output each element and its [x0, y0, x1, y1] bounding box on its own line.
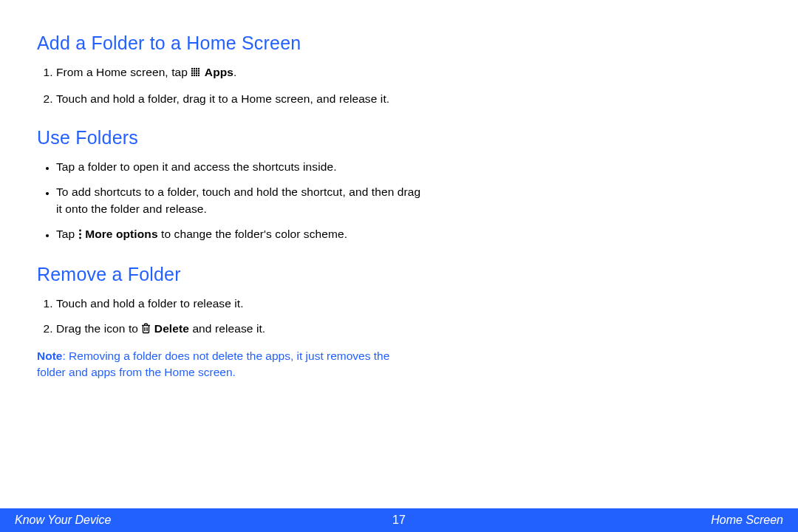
step-text: and release it. — [189, 322, 265, 335]
step-text: From a Home screen, tap — [56, 66, 191, 78]
add-folder-steps: From a Home screen, tap Apps. Touch and … — [37, 64, 421, 108]
svg-point-17 — [79, 233, 81, 236]
bullet-text: Tap — [56, 228, 78, 240]
svg-point-14 — [196, 75, 197, 76]
svg-point-6 — [196, 70, 197, 72]
more-options-icon — [78, 228, 82, 244]
svg-point-15 — [198, 75, 200, 76]
footer-page-number: 17 — [392, 514, 406, 527]
svg-point-11 — [198, 72, 200, 74]
bullet-item: Tap a folder to open it and access the s… — [56, 159, 421, 175]
svg-point-8 — [191, 72, 193, 74]
svg-point-16 — [79, 230, 81, 232]
heading-remove-folder: Remove a Folder — [37, 264, 761, 285]
step-item: Touch and hold a folder, drag it to a Ho… — [56, 91, 421, 107]
note-body: : Removing a folder does not delete the … — [37, 349, 389, 378]
delete-trash-icon — [141, 322, 151, 338]
section-add-folder: Add a Folder to a Home Screen From a Hom… — [37, 33, 761, 108]
bullet-text: Tap a folder to open it and access the s… — [56, 160, 337, 173]
step-text: . — [233, 66, 236, 78]
step-bold: Delete — [154, 322, 189, 335]
svg-point-3 — [198, 68, 200, 69]
page-footer: Know Your Device 17 Home Screen — [0, 508, 798, 532]
svg-point-13 — [194, 75, 195, 76]
svg-point-9 — [194, 72, 195, 74]
step-item: Touch and hold a folder to release it. — [56, 296, 421, 312]
svg-point-12 — [191, 75, 193, 76]
bullet-text: to change the folder's color scheme. — [158, 228, 348, 240]
apps-grid-icon — [191, 66, 201, 82]
bullet-item: To add shortcuts to a folder, touch and … — [56, 184, 421, 217]
bullet-text: To add shortcuts to a folder, touch and … — [56, 185, 420, 214]
svg-point-0 — [191, 68, 193, 69]
svg-point-10 — [196, 72, 197, 74]
svg-point-18 — [79, 237, 81, 239]
note-text: Note: Removing a folder does not delete … — [37, 348, 421, 381]
section-remove-folder: Remove a Folder Touch and hold a folder … — [37, 264, 761, 381]
footer-right: Home Screen — [711, 514, 783, 527]
footer-left: Know Your Device — [15, 514, 111, 527]
manual-page: Add a Folder to a Home Screen From a Hom… — [0, 0, 798, 532]
step-text: Drag the icon to — [56, 322, 141, 335]
section-use-folders: Use Folders Tap a folder to open it and … — [37, 127, 761, 245]
step-item: Drag the icon to Delete and release it. — [56, 321, 421, 338]
step-item: From a Home screen, tap Apps. — [56, 64, 421, 82]
bullet-bold: More options — [85, 228, 158, 240]
step-text: Touch and hold a folder to release it. — [56, 297, 244, 310]
svg-point-4 — [191, 70, 193, 72]
svg-point-7 — [198, 70, 200, 72]
heading-use-folders: Use Folders — [37, 127, 761, 149]
remove-folder-steps: Touch and hold a folder to release it. D… — [37, 296, 421, 339]
svg-point-2 — [196, 68, 197, 69]
bullet-item: Tap More options to change the folder's … — [56, 226, 421, 244]
heading-add-folder: Add a Folder to a Home Screen — [37, 33, 761, 54]
svg-point-1 — [194, 68, 195, 69]
step-text: Touch and hold a folder, drag it to a Ho… — [56, 92, 389, 105]
step-bold: Apps — [205, 66, 233, 78]
use-folders-bullets: Tap a folder to open it and access the s… — [37, 159, 421, 245]
svg-point-5 — [194, 70, 195, 72]
note-label: Note — [37, 349, 62, 362]
